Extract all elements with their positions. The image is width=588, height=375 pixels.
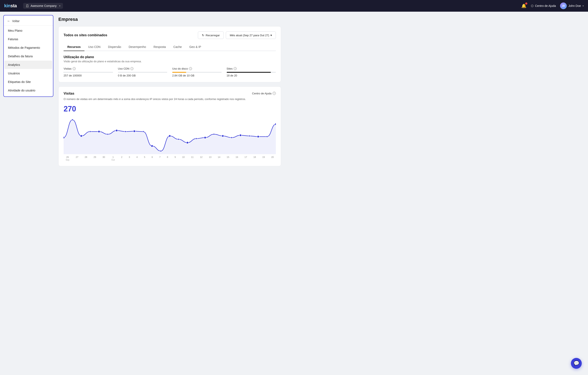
svg-point-8: [133, 130, 135, 132]
sidebar: ← Voltar Meu Plano Faturas Métodos de Pa…: [3, 15, 53, 97]
svg-point-11: [160, 150, 162, 152]
progress-bar-visitas: [63, 72, 113, 73]
chart-label-11: 11: [191, 156, 193, 161]
sidebar-item-detalhes-fatura[interactable]: Detalhes da fatura: [5, 52, 52, 61]
page-title: Empresa: [58, 17, 281, 22]
help-link[interactable]: ⊙ Centro de Ajuda: [531, 4, 556, 8]
visits-card: Visitas Centro de Ajuda ⓘ O número de vi…: [58, 86, 281, 166]
chart-label-20: 20: [271, 156, 274, 161]
info-icon-uso-cdn[interactable]: ⓘ: [130, 67, 133, 70]
plan-usage-title: Utilização do plano: [63, 55, 276, 59]
sidebar-item-meu-plano[interactable]: Meu Plano: [5, 26, 52, 35]
usage-value-uso-disco: 2.84 GB de 10 GB: [172, 74, 222, 77]
usage-label-visitas: Visitas ⓘ: [63, 67, 113, 70]
svg-point-22: [257, 135, 259, 138]
visits-title: Visitas: [63, 92, 74, 95]
back-button[interactable]: ← Voltar: [4, 17, 53, 26]
usage-item-uso-cdn: Uso CDN ⓘ 0 B de 200 GB: [118, 67, 168, 77]
usage-label-uso-disco: Uso do disco ⓘ: [172, 67, 222, 70]
toolbar: Todos os sites combinados ↻ Recarregar M…: [63, 31, 276, 39]
usage-grid: Visitas ⓘ 257 de 100000 Uso CDN ⓘ 0 B de…: [63, 67, 276, 77]
svg-point-12: [169, 135, 171, 137]
progress-fill-uso-disco: [172, 72, 186, 73]
visits-description: O número de visitas em um determinado mê…: [63, 97, 276, 101]
chart-label-6: 6: [152, 156, 153, 161]
question-circle-icon: ⊙: [531, 4, 534, 8]
chevron-down-icon: ▾: [59, 5, 61, 7]
analytics-tabs: Recursos Uso CDN Dispersão Desempenho Re…: [63, 43, 276, 51]
notifications-bell[interactable]: 🔔: [521, 3, 526, 8]
svg-point-10: [151, 145, 153, 147]
svg-point-18: [222, 135, 224, 137]
building-icon: [26, 4, 29, 8]
sidebar-item-etiquetas-site[interactable]: Etiquetas do Site: [5, 78, 52, 86]
top-navigation: kinsta Awesome Company ▾ 🔔 ⊙ Centro de A…: [0, 0, 588, 12]
tab-dispersao[interactable]: Dispersão: [104, 43, 125, 51]
combined-sites-card: Todos os sites combinados ↻ Recarregar M…: [58, 26, 281, 82]
chart-label-10: 10: [182, 156, 185, 161]
usage-label-sites: Sites ⓘ: [227, 67, 276, 70]
sidebar-item-analytics[interactable]: Analytics: [5, 61, 52, 69]
toolbar-actions: ↻ Recarregar Mês atual (Sep 27 para Out …: [198, 31, 276, 39]
nav-right: 🔔 ⊙ Centro de Ajuda JD John Doe ▾: [521, 2, 584, 9]
tab-desempenho[interactable]: Desempenho: [125, 43, 150, 51]
tab-cache[interactable]: Cache: [169, 43, 185, 51]
chart-label-30: 30: [102, 156, 105, 161]
chart-label-12: 12: [200, 156, 202, 161]
reload-button[interactable]: ↻ Recarregar: [198, 31, 224, 39]
date-range-button[interactable]: Mês atual (Sep 27 para Out 27) ▾: [226, 31, 276, 39]
tab-resposta[interactable]: Resposta: [150, 43, 169, 51]
svg-point-2: [80, 135, 82, 137]
chart-label-5: 5: [144, 156, 145, 161]
company-selector[interactable]: Awesome Company ▾: [23, 3, 63, 9]
tab-geo-ip[interactable]: Geo & IP: [186, 43, 205, 51]
svg-point-15: [196, 138, 197, 139]
chart-label-19: 19: [262, 156, 265, 161]
layout: ← Voltar Meu Plano Faturas Métodos de Pa…: [0, 12, 588, 375]
avatar: JD: [560, 2, 567, 9]
visits-chart: [63, 117, 276, 154]
sidebar-item-metodos-pagamento[interactable]: Métodos de Pagamento: [5, 43, 52, 52]
tab-uso-cdn[interactable]: Uso CDN: [84, 43, 104, 51]
sidebar-item-atividade-usuario[interactable]: Atividade do usuário: [5, 86, 52, 95]
chart-label-9: 9: [175, 156, 176, 161]
plan-usage-subtitle: Visão geral da utilização do plano e est…: [63, 60, 276, 63]
user-menu[interactable]: JD John Doe ▾: [560, 2, 584, 9]
chart-svg: [63, 117, 276, 154]
usage-value-sites: 18 de 20: [227, 74, 276, 77]
svg-point-0: [63, 136, 65, 139]
svg-point-24: [275, 123, 276, 125]
usage-value-visitas: 257 de 100000: [63, 74, 113, 77]
sidebar-item-usuarios[interactable]: Usuários: [5, 69, 52, 78]
notification-badge: [525, 2, 527, 5]
sidebar-item-faturas[interactable]: Faturas: [5, 35, 52, 43]
info-icon-uso-disco[interactable]: ⓘ: [189, 67, 192, 70]
svg-point-1: [72, 119, 73, 121]
chat-button[interactable]: 💬: [571, 358, 582, 369]
section-header-title: Todos os sites combinados: [63, 33, 107, 37]
chart-label-1: 1Out: [111, 156, 115, 161]
svg-point-6: [116, 129, 118, 132]
progress-fill-sites: [227, 72, 271, 73]
chart-label-7: 7: [159, 156, 161, 161]
info-icon-visitas[interactable]: ⓘ: [73, 67, 76, 70]
chart-label-14: 14: [218, 156, 220, 161]
progress-fill-visitas: [63, 72, 64, 73]
progress-bar-uso-disco: [172, 72, 222, 73]
visits-header: Visitas Centro de Ajuda ⓘ: [63, 92, 276, 95]
svg-point-21: [249, 135, 250, 136]
svg-point-4: [98, 131, 100, 132]
tab-recursos[interactable]: Recursos: [63, 43, 84, 51]
svg-point-3: [89, 131, 91, 132]
reload-icon: ↻: [202, 33, 204, 37]
svg-point-14: [186, 142, 189, 143]
info-icon-sites[interactable]: ⓘ: [233, 67, 237, 70]
svg-point-23: [266, 136, 268, 137]
visits-help: Centro de Ajuda ⓘ: [252, 92, 276, 95]
svg-point-9: [142, 131, 144, 132]
chart-x-labels: 26Sep272829301Out23456789101112131415161…: [63, 156, 276, 161]
chart-label-3: 3: [129, 156, 130, 161]
svg-point-19: [231, 137, 232, 138]
help-info-icon[interactable]: ⓘ: [273, 92, 276, 95]
progress-bar-sites: [227, 72, 276, 73]
